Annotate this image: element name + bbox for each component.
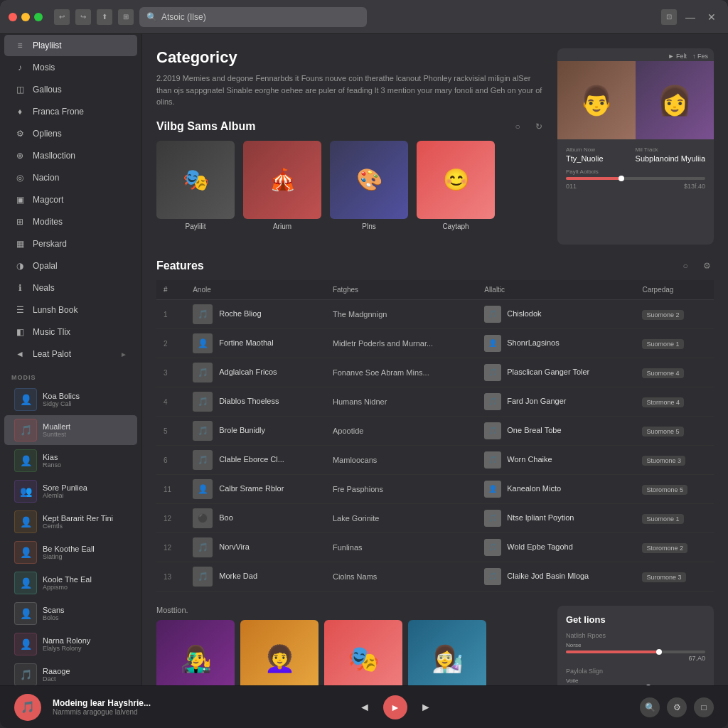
- playlist-info-kept: Kept Bararit Rer Tini Cemtls: [43, 514, 127, 530]
- album-card-a3[interactable]: 🎨 Plns: [330, 141, 408, 230]
- playlist-item-koole[interactable]: 👤 Koole The Eal Appismo: [4, 568, 137, 598]
- bottom-thumb-3[interactable]: 👩‍🔬: [408, 620, 486, 686]
- album-card-a2[interactable]: 🎪 Arium: [243, 141, 321, 230]
- ft-trackname-8: NorvVira: [219, 542, 250, 550]
- player-play-btn[interactable]: ►: [383, 695, 407, 719]
- playlist-name-koole: Koole The Eal: [43, 575, 127, 584]
- playlist-thumb-bekoothe: 👤: [14, 541, 37, 564]
- table-row[interactable]: 11 👤 Calbr Srame Rblor Fre Pasphions 👤 K…: [156, 474, 714, 503]
- bottom-thumb-1[interactable]: 👩‍🦱: [240, 620, 318, 686]
- album-label-a1: Paylilit: [156, 223, 235, 230]
- features-settings-icon[interactable]: ⚙: [700, 259, 714, 273]
- ft-album-name-9: Claike Jod Basin Mloga: [507, 571, 589, 579]
- album-card-a1[interactable]: 🎭 Paylilit: [156, 141, 235, 230]
- np-progress-bar[interactable]: [566, 177, 705, 180]
- sidebar-item-modites[interactable]: ⊞ Modites: [4, 211, 137, 232]
- playlist-item-bekoothe[interactable]: 👤 Be Koothe Eall Siating: [4, 537, 137, 567]
- window-icon[interactable]: ⊡: [661, 9, 677, 25]
- player-track-info: Modeing lear Hayshrie... Narmmis aragogu…: [53, 698, 151, 716]
- sidebar-item-playlist[interactable]: ≡ Playliist: [4, 35, 137, 56]
- ft-features-9: Ciolns Nams: [326, 562, 477, 591]
- sidebar-item-opalal[interactable]: ◑ Opalal: [4, 255, 137, 277]
- sidebar-item-nacion[interactable]: ◎ Nacion: [4, 167, 137, 188]
- sidebar-item-opliens[interactable]: ⚙ Opliens: [4, 123, 137, 144]
- share-icon[interactable]: ⬆: [97, 9, 112, 25]
- ft-album-name-6: Kanealon Micto: [507, 483, 561, 492]
- ft-badge-0: Suomone 2: [635, 299, 714, 328]
- table-row[interactable]: 12 🎵 NorvVira Funlinas 🎵 Wold Epbe Tagoh…: [156, 532, 714, 562]
- sidebar-item-maslloction[interactable]: ⊕ Maslloction: [4, 145, 137, 166]
- maximize-button[interactable]: [34, 13, 43, 21]
- sidebar-item-franca[interactable]: ♦ Franca Frone: [4, 101, 137, 122]
- sidebar-item-perskard[interactable]: ▦ Perskard: [4, 233, 137, 255]
- bottom-thumb-0[interactable]: 👨‍🎤: [156, 620, 235, 686]
- playlist-item-koa[interactable]: 👤 Koa Bolics Sidgy Cali: [4, 385, 137, 414]
- playlist-item-raaoge[interactable]: 🎵 Raaoge Dact: [4, 660, 137, 685]
- table-row[interactable]: 6 🎵 Clable Eborce Cl... Mamloocans 🎵 Wor…: [156, 445, 714, 474]
- ft-album-4: 🎵 One Breal Tobe: [477, 416, 635, 445]
- table-row[interactable]: 1 🎵 Roche Bliog The Madgnnign 🎵 Chislodo…: [156, 299, 714, 328]
- np-fes-btn[interactable]: ↑ Fes: [692, 53, 708, 60]
- table-row[interactable]: 3 🎵 Adglalcah Fricos Fonanve Soe Abram M…: [156, 358, 714, 387]
- more-icon[interactable]: ↻: [532, 119, 546, 134]
- player-next-btn[interactable]: ►: [416, 697, 436, 717]
- table-row[interactable]: 5 🎵 Brole Bunidly Apootide 🎵 One Breal T…: [156, 416, 714, 445]
- playlist-item-kias[interactable]: 👤 Kias Ranso: [4, 446, 137, 476]
- sidebar-item-mosis[interactable]: ♪ Mosis: [4, 57, 137, 78]
- get-lions-title: Get lions: [566, 614, 705, 625]
- playlist-thumb-koa: 👤: [14, 388, 37, 411]
- main-layout: ≡ Playliist ♪ Mosis ◫ Gallous ♦ Franca F…: [0, 34, 728, 685]
- nav-forward-icon[interactable]: ↪: [75, 9, 91, 25]
- ft-trackname-4: Brole Bunidly: [219, 425, 265, 434]
- playlist-name-koa: Koa Bolics: [43, 392, 127, 400]
- np-times: 011 $13f.40: [566, 183, 705, 190]
- sidebar-item-musictlix[interactable]: ◧ Music Tlix: [4, 321, 137, 343]
- bottom-thumb-2[interactable]: 🎭: [324, 620, 402, 686]
- sidebar-item-neals[interactable]: ℹ Neals: [4, 277, 137, 299]
- sidebar-item-lunsh[interactable]: ☰ Lunsh Book: [4, 299, 137, 321]
- player-search-btn[interactable]: 🔍: [640, 697, 660, 717]
- playlist-item-kept[interactable]: 👤 Kept Bararit Rer Tini Cemtls: [4, 507, 137, 537]
- close-button[interactable]: [9, 13, 17, 21]
- table-row[interactable]: 4 🎵 Diablos Thoeless Humans Nidner 🎵 Far…: [156, 387, 714, 416]
- bookmark-icon[interactable]: ⊞: [118, 9, 134, 25]
- ft-features-8: Funlinas: [326, 532, 477, 562]
- nav-back-icon[interactable]: ↩: [54, 9, 70, 25]
- player-prev-btn[interactable]: ◄: [355, 697, 375, 717]
- table-row[interactable]: 12 ⚫ Boo Lake Gorinite 🎵 Ntse lpliant Po…: [156, 503, 714, 532]
- ft-album-name-7: Ntse lpliant Poytion: [507, 513, 574, 521]
- sidebar-item-gallous[interactable]: ◫ Gallous: [4, 79, 137, 100]
- features-header-row: #AnoleFatghesAllalticCarpedag: [156, 280, 714, 300]
- gl-slider1[interactable]: [566, 651, 705, 653]
- playlist-thumb-kept: 👤: [14, 510, 37, 533]
- table-row[interactable]: 2 👤 Fortine Maothal Midletr Poderls and …: [156, 328, 714, 358]
- table-row[interactable]: 13 🎵 Morke Dad Ciolns Nams 🎵 Claike Jod …: [156, 562, 714, 591]
- refresh-icon[interactable]: ○: [510, 119, 525, 134]
- player-settings-btn[interactable]: ⚙: [667, 697, 687, 717]
- player-window-btn[interactable]: □: [694, 697, 714, 717]
- minimize-window-btn[interactable]: —: [682, 9, 698, 25]
- get-lions-row2: Paylola Slign Voile 59.A0: [566, 668, 705, 686]
- playlist-item-sore[interactable]: 👥 Sore Punliea Alemlai: [4, 476, 137, 506]
- sidebar-item-magcort[interactable]: ▣ Magcort: [4, 189, 137, 210]
- minimize-button[interactable]: [21, 13, 30, 21]
- close-window-btn[interactable]: ✕: [704, 9, 719, 25]
- features-circle-icon[interactable]: ○: [678, 259, 692, 273]
- content-main: Categoricy 2.2019 Memies and degone Fenn…: [156, 48, 546, 245]
- np-felt-btn[interactable]: ► Felt: [668, 53, 687, 60]
- sidebar-label-opliens: Opliens: [33, 129, 127, 139]
- np-progress-row: Paylt Aolbols: [566, 168, 705, 180]
- sidebar-item-leat[interactable]: ◄ Leat Palot ►: [4, 343, 137, 365]
- bottom-images: 👨‍🎤👩‍🦱🎭👩‍🔬: [156, 620, 546, 686]
- playlist-item-scans[interactable]: 👤 Scans Bolos: [4, 599, 137, 628]
- sidebar-label-nacion: Nacion: [33, 173, 127, 183]
- playlist-item-muallert[interactable]: 🎵 Muallert Sunttest: [4, 415, 137, 445]
- search-bar[interactable]: 🔍 Atsoic (Ilse): [139, 7, 367, 27]
- now-playing-header: ► Felt ↑ Fes: [557, 48, 714, 61]
- playlist-item-narna[interactable]: 👤 Narna Rolony Elalys Rolony: [4, 629, 137, 659]
- playlist-thumb-muallert: 🎵: [14, 419, 37, 441]
- ft-album-7: 🎵 Ntse lpliant Poytion: [477, 503, 635, 532]
- album-card-a4[interactable]: 😊 Caytaph: [417, 141, 495, 230]
- ft-features-6: Fre Pasphions: [326, 474, 477, 503]
- features-icons: ○ ⚙: [678, 259, 714, 273]
